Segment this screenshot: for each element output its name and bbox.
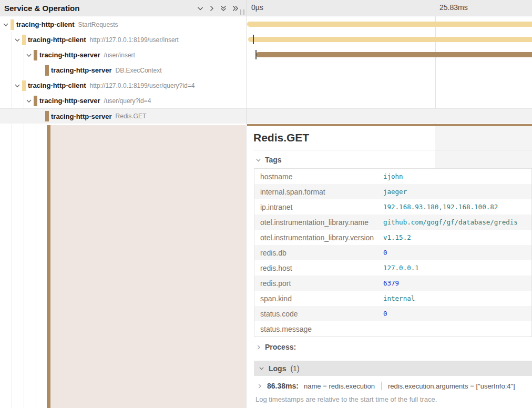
logs-section-label: Logs xyxy=(269,364,286,373)
tag-row: hostname ijohn xyxy=(254,169,531,184)
tag-key: otel.instrumentation_library.name xyxy=(254,218,369,227)
tag-value: v1.15.2 xyxy=(383,233,411,241)
log-field-key: name xyxy=(304,382,321,390)
span-row-selected[interactable]: tracing-http-server Redis.GET xyxy=(0,108,532,124)
span-service-name: tracing-http-client xyxy=(28,36,86,44)
span-service-name: tracing-http-server xyxy=(39,97,100,105)
tag-key: redis.db xyxy=(254,249,287,257)
chevron-right-icon xyxy=(257,383,262,389)
span-color-swatch xyxy=(22,80,26,91)
tag-value: jaeger xyxy=(383,188,407,196)
log-equals: = xyxy=(470,382,474,390)
chevron-down-icon xyxy=(3,22,9,28)
tags-table: hostname ijohn internal.span.format jaeg… xyxy=(254,168,532,337)
span-service-name: tracing-http-server xyxy=(39,51,100,59)
tag-value: 0 xyxy=(383,310,387,318)
expand-one-button[interactable] xyxy=(209,5,215,12)
tag-row: redis.port 6379 xyxy=(254,276,531,291)
tag-value: internal xyxy=(383,294,415,302)
tag-row: span.kind internal xyxy=(254,291,531,306)
log-field-value: redis.execution xyxy=(329,382,374,390)
logs-footer-note: Log timestamps are relative to the start… xyxy=(255,395,437,403)
tag-value: 192.168.93.180,192.168.100.82 xyxy=(383,203,498,211)
tag-key: redis.port xyxy=(254,279,291,288)
span-bar[interactable] xyxy=(248,37,532,42)
tag-value: 0 xyxy=(383,249,387,257)
span-service-name: tracing-http-client xyxy=(28,81,86,89)
span-color-swatch xyxy=(45,65,49,76)
chevron-down-icon xyxy=(26,98,32,104)
tag-value: github.com/gogf/gf/database/gredis xyxy=(383,218,518,226)
span-color-swatch xyxy=(34,96,37,106)
timeline-header: 0µs 25.83ms xyxy=(247,0,532,16)
tag-row: status.message xyxy=(254,321,531,336)
span-operation-name: /user/query?id=4 xyxy=(104,97,151,105)
process-section-header[interactable]: Process: xyxy=(256,343,296,351)
detail-left-tint xyxy=(50,125,246,408)
span-row[interactable]: tracing-http-client http://127.0.0.1:819… xyxy=(0,78,247,93)
tag-key: span.kind xyxy=(254,294,292,303)
span-bar[interactable] xyxy=(247,22,532,27)
span-operation-name: /user/insert xyxy=(104,52,135,59)
logs-count: (1) xyxy=(290,364,299,373)
tags-section-header[interactable]: Tags xyxy=(255,156,282,164)
tag-key: redis.host xyxy=(254,264,292,272)
chevron-down-icon xyxy=(259,365,264,371)
collapse-chevron[interactable] xyxy=(14,83,22,89)
detail-gray-patch xyxy=(435,126,532,168)
jaeger-trace-view: Service & Operation 0µs 25.83ms tracing-… xyxy=(0,0,532,408)
tag-row: ip.intranet 192.168.93.180,192.168.100.8… xyxy=(254,199,531,215)
span-row[interactable]: tracing-http-client http://127.0.0.1:819… xyxy=(0,32,247,47)
chevron-down-icon xyxy=(14,37,21,43)
tag-value: 127.0.0.1 xyxy=(383,264,419,272)
detail-accent-bar xyxy=(47,125,50,408)
tag-row: redis.host 127.0.0.1 xyxy=(254,260,531,276)
span-row[interactable]: tracing-http-client StartRequests xyxy=(0,17,247,32)
double-chevron-down-icon xyxy=(220,5,227,12)
tag-key: hostname xyxy=(254,172,292,181)
tag-key: otel.instrumentation_library.version xyxy=(254,233,374,242)
span-operation-name: Redis.GET xyxy=(116,113,147,120)
log-field-divider xyxy=(381,382,382,390)
span-color-swatch xyxy=(34,50,37,60)
timeline-tick-label: 25.83ms xyxy=(439,3,468,12)
detail-divider xyxy=(253,150,532,150)
collapse-all-button[interactable] xyxy=(220,5,227,12)
span-row[interactable]: tracing-http-server /user/query?id=4 xyxy=(0,93,247,108)
chevron-down-icon xyxy=(26,52,32,58)
expand-all-button[interactable] xyxy=(232,5,240,12)
double-chevron-right-icon xyxy=(232,5,240,12)
tag-row: otel.instrumentation_library.name github… xyxy=(254,215,531,230)
collapse-chevron[interactable] xyxy=(26,52,34,58)
log-field-key: redis.execution.arguments xyxy=(388,382,468,390)
span-detail-panel: Redis.GET Tags hostname ijohn internal.s… xyxy=(247,124,532,408)
collapse-chevron[interactable] xyxy=(26,98,34,104)
tag-value: ijohn xyxy=(383,172,403,180)
chevron-down-icon xyxy=(197,5,204,12)
span-operation-name: DB.ExecContext xyxy=(116,67,162,74)
collapse-chevron[interactable] xyxy=(3,22,11,28)
timeline-tick-label: 0µs xyxy=(251,3,263,12)
span-row[interactable]: tracing-http-server DB.ExecContext xyxy=(0,63,247,78)
chevron-right-icon xyxy=(209,5,215,12)
span-color-swatch xyxy=(11,19,14,30)
tags-section-label: Tags xyxy=(265,156,282,164)
tag-row: internal.span.format jaeger xyxy=(254,184,531,199)
span-color-swatch xyxy=(22,35,26,45)
span-row[interactable]: tracing-http-server /user/insert xyxy=(0,47,247,63)
span-detail-title: Redis.GET xyxy=(253,131,309,144)
span-operation-name: http://127.0.0.1:8199/user/insert xyxy=(90,36,179,44)
tree-header: Service & Operation xyxy=(0,0,247,16)
collapse-one-button[interactable] xyxy=(197,5,204,12)
tag-row: status.code 0 xyxy=(254,306,531,321)
logs-section-header[interactable]: Logs (1) xyxy=(254,361,532,376)
span-bar[interactable] xyxy=(256,52,532,57)
tag-key: status.code xyxy=(254,310,298,318)
collapse-chevron[interactable] xyxy=(14,37,22,43)
tree-header-title: Service & Operation xyxy=(0,4,79,13)
span-bar-tick xyxy=(255,50,257,59)
log-field-value: ["userInfo:4"] xyxy=(476,382,515,390)
log-entry[interactable]: 86.38ms: name = redis.execution redis.ex… xyxy=(257,382,515,390)
column-resize-handle[interactable] xyxy=(240,9,244,15)
tag-key: ip.intranet xyxy=(254,203,292,211)
